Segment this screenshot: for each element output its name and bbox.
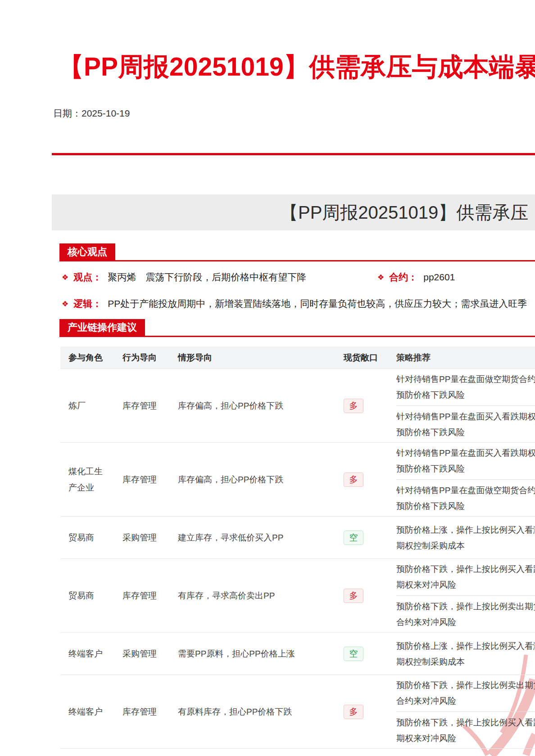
report-banner: 【PP周报20251019】供需承压 <box>52 194 535 230</box>
cell-role: 贸易商 <box>60 588 114 604</box>
cell-exposure: 多 <box>336 588 388 604</box>
diamond-bullet-icon: ❖ <box>377 273 384 282</box>
cell-strategy: 预防价格上涨，操作上按比例买入看涨期权控制采购成本 <box>388 517 535 558</box>
logic-label: 逻辑： <box>73 298 102 309</box>
cell-role: 终端客户 <box>60 646 114 662</box>
table-row: 终端客户采购管理需要PP原料，担心PP价格上涨空预防价格上涨，操作上按比例买入看… <box>60 633 535 675</box>
cell-role: 终端客户 <box>60 704 114 720</box>
table-row: 炼厂库存管理库存偏高，担心PP价格下跌多针对待销售PP量在盘面做空期货合约预防价… <box>60 369 535 443</box>
cell-role: 煤化工生产企业 <box>60 464 114 496</box>
cell-situation: 库存偏高，担心PP价格下跌 <box>170 398 336 414</box>
strategy-line: 针对待销售PP量在盘面做空期货合约 <box>396 371 535 387</box>
header-role: 参与角色 <box>60 352 114 364</box>
strategy-line: 预防价格下跌风险 <box>396 424 535 440</box>
strategy-item: 预防价格下跌，操作上按比例卖出期货合约来对冲风险 <box>396 595 535 633</box>
strategy-line: 预防价格下跌风险 <box>396 498 535 514</box>
cell-strategy: 预防价格上涨，操作上按比例买入看涨期权控制采购成本 <box>388 633 535 675</box>
strategy-line: 针对待销售PP量在盘面做空期货合约 <box>396 482 535 498</box>
strategy-line: 预防价格下跌风险 <box>396 461 535 477</box>
cell-exposure: 多 <box>336 704 388 720</box>
header-behavior: 行为导向 <box>114 352 170 364</box>
table-body: 炼厂库存管理库存偏高，担心PP价格下跌多针对待销售PP量在盘面做空期货合约预防价… <box>60 369 535 749</box>
exposure-badge: 多 <box>344 472 363 487</box>
strategy-item: 针对待销售PP量在盘面做空期货合约预防价格下跌风险 <box>396 369 535 405</box>
cell-strategy: 针对待销售PP量在盘面做空期货合约预防价格下跌风险针对待销售PP量在盘面买入看跌… <box>388 369 535 442</box>
cell-behavior: 采购管理 <box>114 646 170 662</box>
header-exposure: 现货敞口 <box>336 352 388 364</box>
table-row: 贸易商采购管理建立库存，寻求低价买入PP空预防价格上涨，操作上按比例买入看涨期权… <box>60 517 535 559</box>
cell-behavior: 库存管理 <box>114 704 170 720</box>
header-situation: 情形导向 <box>170 352 336 364</box>
cell-strategy: 预防价格下跌，操作上按比例卖出期货合约来对冲风险预防价格下跌，操作上按比例买入看… <box>388 675 535 748</box>
cell-exposure: 空 <box>336 646 388 662</box>
exposure-badge: 空 <box>344 531 363 545</box>
diamond-bullet-icon: ❖ <box>62 300 68 308</box>
viewpoint-text: 聚丙烯 震荡下行阶段，后期价格中枢有望下降 <box>108 272 306 282</box>
strategy-item: 针对待销售PP量在盘面买入看跌期权预防价格下跌风险 <box>396 405 535 443</box>
exposure-badge: 多 <box>344 589 363 603</box>
cell-situation: 建立库存，寻求低价买入PP <box>170 530 336 546</box>
exposure-badge: 空 <box>344 647 363 661</box>
section-core-view: 核心观点 <box>59 243 535 261</box>
section-industry-chain: 产业链操作建议 <box>59 319 535 337</box>
diamond-bullet-icon: ❖ <box>62 273 68 282</box>
viewpoint-label: 观点： <box>73 272 102 282</box>
date-value: 2025-10-19 <box>82 108 130 118</box>
table-row: 煤化工生产企业库存管理库存偏高，担心PP价格下跌多针对待销售PP量在盘面买入看跌… <box>60 443 535 517</box>
bullet-row-viewpoint: ❖观点：聚丙烯 震荡下行阶段，后期价格中枢有望下降 ❖合约：pp2601 <box>62 270 306 285</box>
strategy-line: 预防价格下跌，操作上按比例买入看跌 <box>396 561 535 577</box>
strategy-item: 预防价格下跌，操作上按比例买入看跌期权来对冲风险 <box>396 711 535 749</box>
strategy-line: 预防价格上涨，操作上按比例买入看涨 <box>396 522 535 538</box>
strategy-line: 预防价格下跌风险 <box>396 387 535 403</box>
strategy-line: 针对待销售PP量在盘面买入看跌期权 <box>396 445 535 461</box>
page-title: 【PP周报20251019】供需承压与成本端暴 <box>58 50 535 83</box>
strategy-line: 针对待销售PP量在盘面买入看跌期权 <box>396 409 535 424</box>
cell-situation: 有原料库存，担心PP价格下跌 <box>170 704 336 720</box>
cell-role: 贸易商 <box>60 530 114 546</box>
table-row: 贸易商库存管理有库存，寻求高价卖出PP多预防价格下跌，操作上按比例买入看跌期权来… <box>60 559 535 633</box>
strategy-table: 参与角色 行为导向 情形导向 现货敞口 策略推荐 炼厂库存管理库存偏高，担心PP… <box>60 346 535 749</box>
red-divider-rule <box>52 153 535 155</box>
cell-behavior: 采购管理 <box>114 530 170 546</box>
report-date: 日期：2025-10-19 <box>53 107 130 120</box>
strategy-item: 针对待销售PP量在盘面做空期货合约预防价格下跌风险 <box>396 479 535 517</box>
table-header-row: 参与角色 行为导向 情形导向 现货敞口 策略推荐 <box>60 346 535 369</box>
exposure-badge: 多 <box>344 705 363 719</box>
strategy-line: 期权来对冲风险 <box>396 730 535 746</box>
strategy-item: 预防价格下跌，操作上按比例买入看跌期权来对冲风险 <box>396 558 535 595</box>
section-heading-core-view: 核心观点 <box>59 243 115 260</box>
strategy-line: 预防价格下跌，操作上按比例买入看跌 <box>396 715 535 730</box>
cell-strategy: 预防价格下跌，操作上按比例买入看跌期权来对冲风险预防价格下跌，操作上按比例卖出期… <box>388 559 535 632</box>
strategy-line: 合约来对冲风险 <box>396 614 535 630</box>
contract-value: pp2601 <box>423 272 455 282</box>
contract-label: 合约： <box>389 272 417 282</box>
cell-strategy: 针对待销售PP量在盘面买入看跌期权预防价格下跌风险针对待销售PP量在盘面做空期货… <box>388 443 535 516</box>
bullet-contract: ❖合约：pp2601 <box>377 270 455 285</box>
cell-exposure: 空 <box>336 530 388 546</box>
cell-situation: 有库存，寻求高价卖出PP <box>170 588 336 604</box>
cell-behavior: 库存管理 <box>114 588 170 604</box>
header-strategy: 策略推荐 <box>388 346 535 369</box>
section-heading-industry-chain: 产业链操作建议 <box>59 319 145 336</box>
strategy-line: 期权控制采购成本 <box>396 538 535 554</box>
strategy-line: 期权来对冲风险 <box>396 577 535 593</box>
date-label: 日期： <box>53 108 82 118</box>
bullet-row-logic: ❖逻辑：PP处于产能投放周期中，新增装置陆续落地，同时存量负荷也较高，供应压力较… <box>62 297 527 311</box>
strategy-line: 合约来对冲风险 <box>396 693 535 709</box>
strategy-line: 期权控制采购成本 <box>396 654 535 670</box>
cell-exposure: 多 <box>336 398 388 414</box>
cell-situation: 库存偏高，担心PP价格下跌 <box>170 472 336 488</box>
cell-behavior: 库存管理 <box>114 472 170 488</box>
strategy-item: 预防价格上涨，操作上按比例买入看涨期权控制采购成本 <box>396 635 535 672</box>
logic-text: PP处于产能投放周期中，新增装置陆续落地，同时存量负荷也较高，供应压力较大；需求… <box>108 298 527 309</box>
table-row: 终端客户库存管理有原料库存，担心PP价格下跌多预防价格下跌，操作上按比例卖出期货… <box>60 675 535 749</box>
strategy-item: 针对待销售PP量在盘面买入看跌期权预防价格下跌风险 <box>396 442 535 479</box>
cell-behavior: 库存管理 <box>114 398 170 414</box>
strategy-item: 预防价格上涨，操作上按比例买入看涨期权控制采购成本 <box>396 519 535 556</box>
strategy-line: 预防价格下跌，操作上按比例卖出期货 <box>396 598 535 614</box>
strategy-item: 预防价格下跌，操作上按比例卖出期货合约来对冲风险 <box>396 675 535 711</box>
exposure-badge: 多 <box>344 399 363 413</box>
banner-title: 【PP周报20251019】供需承压 <box>280 194 528 230</box>
cell-role: 炼厂 <box>60 398 114 414</box>
strategy-line: 预防价格上涨，操作上按比例买入看涨 <box>396 638 535 654</box>
